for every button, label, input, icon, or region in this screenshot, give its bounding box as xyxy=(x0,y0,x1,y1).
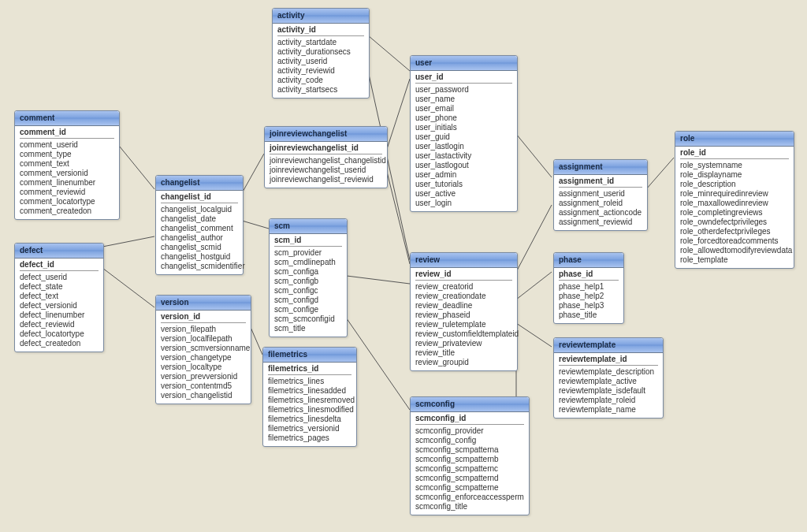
entity-body: changelist_idchangelist_localguidchangel… xyxy=(156,191,243,274)
entity-body: filemetrics_idfilemetrics_linesfilemetri… xyxy=(263,363,356,446)
field: phase_title xyxy=(559,311,619,320)
primary-key: joinreviewchangelist_id xyxy=(270,143,382,154)
entity-phase[interactable]: phasephase_idphase_help1phase_help2phase… xyxy=(553,252,624,324)
field: scm_configd xyxy=(274,296,342,305)
primary-key: comment_id xyxy=(20,128,114,139)
entity-user[interactable]: useruser_iduser_passworduser_nameuser_em… xyxy=(410,55,518,212)
field: comment_createdon xyxy=(20,206,114,216)
primary-key: scm_id xyxy=(274,236,342,247)
field: review_customfieldtemplateid xyxy=(415,329,512,339)
entity-body: scm_idscm_providerscm_cmdlinepathscm_con… xyxy=(270,234,347,337)
entity-title: review xyxy=(411,253,517,268)
field: phase_help3 xyxy=(559,301,619,311)
entity-scm[interactable]: scmscm_idscm_providerscm_cmdlinepathscm_… xyxy=(269,218,348,337)
primary-key: phase_id xyxy=(559,270,619,281)
entity-assignment[interactable]: assignmentassignment_idassignment_userid… xyxy=(553,159,648,231)
field: changelist_scmidentifier xyxy=(161,262,238,271)
field: assignment_roleid xyxy=(559,199,642,208)
field: assignment_actioncode xyxy=(559,208,642,218)
svg-line-0 xyxy=(116,142,154,189)
field: reviewtemplate_description xyxy=(559,367,658,377)
field: version_localfilepath xyxy=(161,334,246,344)
entity-activity[interactable]: activityactivity_idactivity_startdateact… xyxy=(272,8,370,99)
field: scm_cmdlinepath xyxy=(274,258,342,267)
field: version_contentmd5 xyxy=(161,381,246,391)
field: scm_configc xyxy=(274,286,342,296)
field: defect_text xyxy=(20,292,99,301)
field: filemetrics_linesadded xyxy=(268,386,351,396)
entity-version[interactable]: versionversion_idversion_filepathversion… xyxy=(155,295,251,404)
field: comment_linenumber xyxy=(20,178,114,188)
field: role_otherdefectprivileges xyxy=(680,227,789,236)
field: scmconfig_scmpatternb xyxy=(415,455,524,464)
field: reviewtemplate_name xyxy=(559,405,658,415)
entity-title: activity xyxy=(273,9,369,24)
field: assignment_reviewid xyxy=(559,218,642,227)
field: user_email xyxy=(415,104,512,113)
field: defect_userid xyxy=(20,273,99,282)
field: version_scmversionname xyxy=(161,344,246,353)
field: scmconfig_provider xyxy=(415,426,524,436)
entity-scmconfig[interactable]: scmconfigscmconfig_idscmconfig_providers… xyxy=(410,396,530,515)
entity-comment[interactable]: commentcomment_idcomment_useridcomment_t… xyxy=(14,110,120,220)
field: filemetrics_lines xyxy=(268,377,351,386)
primary-key: defect_id xyxy=(20,260,99,271)
field: user_active xyxy=(415,189,512,199)
field: comment_versionid xyxy=(20,169,114,178)
field: scmconfig_config xyxy=(415,436,524,445)
field: changelist_localguid xyxy=(161,205,238,214)
entity-body: assignment_idassignment_useridassignment… xyxy=(554,175,647,230)
field: version_filepath xyxy=(161,325,246,334)
field: version_prevversionid xyxy=(161,372,246,381)
primary-key: review_id xyxy=(415,270,512,281)
field: changelist_scmid xyxy=(161,243,238,252)
primary-key: assignment_id xyxy=(559,177,642,188)
field: filemetrics_pages xyxy=(268,433,351,443)
entity-filemetrics[interactable]: filemetricsfilemetrics_idfilemetrics_lin… xyxy=(262,347,357,447)
field: reviewtemplate_isdefault xyxy=(559,386,658,396)
entity-title: changelist xyxy=(156,176,243,191)
entity-title: filemetrics xyxy=(263,348,356,363)
entity-defect[interactable]: defectdefect_iddefect_useriddefect_state… xyxy=(14,243,104,352)
field: scm_configb xyxy=(274,277,342,286)
entity-changelist[interactable]: changelistchangelist_idchangelist_localg… xyxy=(155,175,244,275)
field: defect_versionid xyxy=(20,301,99,311)
svg-line-7 xyxy=(385,79,410,154)
field: review_ruletemplate xyxy=(415,320,512,329)
field: review_title xyxy=(415,348,512,358)
field: activity_code xyxy=(277,76,364,85)
field: defect_createdon xyxy=(20,339,99,348)
entity-body: version_idversion_filepathversion_localf… xyxy=(156,311,251,404)
entity-joinreviewchangelist[interactable]: joinreviewchangelistjoinreviewchangelist… xyxy=(264,126,388,188)
entity-body: review_idreview_creatoridreview_creation… xyxy=(411,268,517,370)
entity-body: joinreviewchangelist_idjoinreviewchangel… xyxy=(265,142,387,188)
field: review_creationdate xyxy=(415,292,512,301)
field: role_systemname xyxy=(680,161,789,170)
primary-key: activity_id xyxy=(277,25,364,36)
entity-role[interactable]: rolerole_idrole_systemnamerole_displayna… xyxy=(675,131,794,269)
svg-line-10 xyxy=(347,276,410,284)
svg-line-3 xyxy=(242,221,269,229)
primary-key: scmconfig_id xyxy=(415,414,524,425)
entity-body: reviewtemplate_idreviewtemplate_descript… xyxy=(554,353,663,418)
entity-review[interactable]: reviewreview_idreview_creatoridreview_cr… xyxy=(410,252,518,371)
field: joinreviewchangelist_reviewid xyxy=(270,175,382,184)
field: defect_linenumber xyxy=(20,311,99,320)
field: user_password xyxy=(415,85,512,95)
entity-body: activity_idactivity_startdateactivity_du… xyxy=(273,24,369,98)
entity-body: user_iduser_passworduser_nameuser_emailu… xyxy=(411,71,517,211)
entity-body: phase_idphase_help1phase_help2phase_help… xyxy=(554,268,623,323)
primary-key: role_id xyxy=(680,148,789,159)
field: joinreviewchangelist_changelistid xyxy=(270,156,382,166)
entity-reviewtemplate[interactable]: reviewtemplatereviewtemplate_idreviewtem… xyxy=(553,337,664,419)
field: comment_locatortype xyxy=(20,197,114,206)
field: user_lastlogin xyxy=(415,142,512,151)
field: scmconfig_scmpatterne xyxy=(415,483,524,493)
entity-title: role xyxy=(675,132,794,147)
field: user_login xyxy=(415,199,512,208)
field: activity_startdate xyxy=(277,38,364,47)
svg-line-9 xyxy=(242,154,264,193)
entity-body: defect_iddefect_useriddefect_statedefect… xyxy=(15,259,103,352)
field: defect_reviewid xyxy=(20,320,99,329)
field: joinreviewchangelist_userid xyxy=(270,166,382,175)
